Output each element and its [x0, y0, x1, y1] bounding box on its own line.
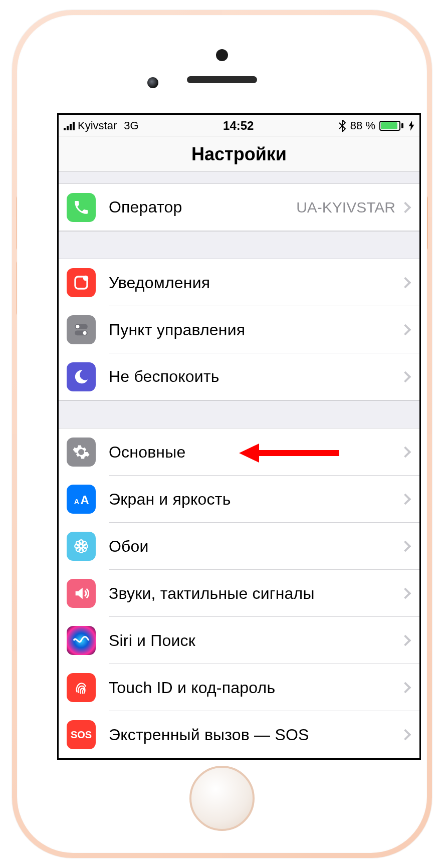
chevron-right-icon	[400, 494, 411, 505]
network-label: 3G	[124, 119, 138, 132]
phone-frame: Kyivstar 3G 14:52 88 %	[12, 10, 432, 858]
svg-point-3	[76, 325, 79, 328]
settings-row-notifications[interactable]: Уведомления	[59, 259, 419, 306]
bluetooth-icon	[338, 120, 346, 132]
chevron-right-icon	[400, 277, 411, 289]
chevron-right-icon	[400, 635, 411, 646]
earpiece-speaker	[187, 76, 257, 83]
row-label: Уведомления	[109, 274, 401, 292]
section-separator	[59, 172, 419, 184]
sos-text: SOS	[71, 729, 92, 741]
settings-row-general[interactable]: Основные	[59, 428, 419, 476]
row-label: Не беспокоить	[109, 367, 401, 386]
row-value: UA-KYIVSTAR	[296, 199, 395, 216]
svg-point-1	[83, 276, 89, 281]
svg-point-5	[83, 331, 87, 335]
settings-row-touchid[interactable]: Touch ID и код-пароль	[59, 664, 419, 711]
chevron-right-icon	[400, 371, 411, 382]
settings-row-carrier[interactable]: Оператор UA-KYIVSTAR	[59, 184, 419, 231]
front-camera	[147, 77, 158, 88]
settings-row-sos[interactable]: SOS Экстренный вызов — SOS	[59, 711, 419, 758]
settings-row-dnd[interactable]: Не беспокоить	[59, 353, 419, 400]
proximity-sensor	[216, 49, 228, 61]
row-label: Оператор	[109, 198, 296, 216]
chevron-right-icon	[400, 729, 411, 741]
chevron-right-icon	[400, 447, 411, 458]
home-button[interactable]	[189, 766, 255, 831]
row-label: Экстренный вызов — SOS	[109, 726, 401, 744]
battery-icon	[379, 121, 403, 131]
notifications-icon	[67, 268, 96, 297]
row-label: Звуки, тактильные сигналы	[109, 584, 401, 603]
moon-icon	[67, 362, 96, 391]
row-label: Siri и Поиск	[109, 631, 401, 650]
row-label: Обои	[109, 537, 401, 556]
flower-icon	[67, 532, 96, 561]
siri-icon	[67, 626, 96, 655]
gear-icon	[67, 438, 96, 467]
settings-row-control-center[interactable]: Пункт управления	[59, 306, 419, 353]
chevron-right-icon	[400, 201, 411, 213]
carrier-label: Kyivstar	[78, 119, 117, 132]
battery-percent: 88 %	[350, 119, 375, 132]
row-label: Экран и яркость	[109, 490, 401, 509]
screen: Kyivstar 3G 14:52 88 %	[57, 113, 421, 760]
speaker-icon	[67, 579, 96, 608]
chevron-right-icon	[400, 324, 411, 336]
chevron-right-icon	[400, 682, 411, 694]
row-label: Touch ID и код-пароль	[109, 679, 401, 697]
control-center-icon	[67, 315, 96, 344]
section-separator	[59, 400, 419, 428]
row-label: Пункт управления	[109, 321, 401, 339]
settings-row-sounds[interactable]: Звуки, тактильные сигналы	[59, 570, 419, 617]
sos-icon: SOS	[67, 720, 96, 749]
fingerprint-icon	[67, 673, 96, 702]
svg-text:A: A	[74, 498, 79, 506]
clock: 14:52	[139, 119, 338, 133]
phone-bezel: Kyivstar 3G 14:52 88 %	[17, 15, 427, 853]
section-separator	[59, 231, 419, 259]
row-label: Основные	[109, 443, 401, 462]
text-size-icon: AA	[67, 485, 96, 514]
settings-row-battery[interactable]: Аккумулятор	[59, 758, 419, 760]
status-bar: Kyivstar 3G 14:52 88 %	[59, 115, 419, 137]
chevron-right-icon	[400, 588, 411, 599]
phone-icon	[67, 193, 96, 222]
nav-title: Настройки	[59, 137, 419, 172]
signal-strength-icon	[64, 121, 75, 130]
settings-row-display[interactable]: AA Экран и яркость	[59, 476, 419, 523]
svg-text:A: A	[80, 493, 89, 507]
settings-row-siri[interactable]: Siri и Поиск	[59, 617, 419, 664]
charging-icon	[408, 121, 414, 131]
settings-row-wallpaper[interactable]: Обои	[59, 523, 419, 570]
page-title: Настройки	[191, 144, 287, 165]
chevron-right-icon	[400, 541, 411, 552]
